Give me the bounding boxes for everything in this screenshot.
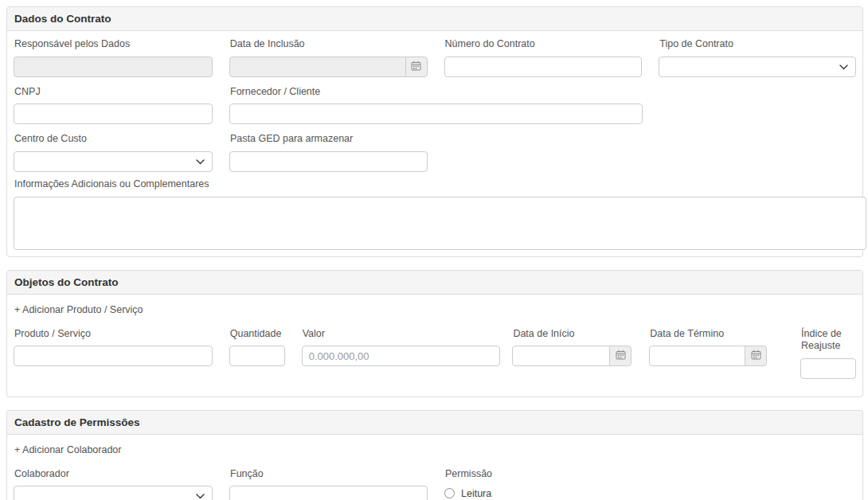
data-termino-label: Data de Término (650, 328, 767, 341)
data-inicio-label: Data de Início (513, 328, 631, 341)
permissao-label: Permissão (445, 468, 492, 481)
field-pasta-ged: Pasta GED para armazenar (229, 131, 428, 172)
field-indice-reajuste: Índice de Reajuste (800, 326, 856, 379)
panel-permissions: Cadastro de Permissões + Adicionar Colab… (6, 410, 863, 500)
permissao-option-leitura: Leitura (444, 486, 492, 500)
tipo-contrato-select[interactable] (659, 57, 856, 77)
numero-contrato-input[interactable] (444, 57, 643, 77)
valor-input[interactable] (302, 346, 501, 366)
field-funcao: Função (229, 466, 428, 500)
data-inicio-input[interactable] (512, 346, 610, 366)
fornecedor-cliente-label: Fornecedor / Cliente (230, 86, 643, 99)
field-colaborador: Colaborador (14, 466, 213, 500)
field-numero-contrato: Número do Contrato (444, 36, 643, 77)
field-data-inclusao: Data de Inclusão (229, 36, 428, 77)
responsavel-input (14, 57, 213, 77)
centro-custo-label: Centro de Custo (14, 133, 213, 146)
fornecedor-cliente-input[interactable] (229, 104, 643, 124)
add-product-service-link[interactable]: + Adicionar Produto / Serviço (14, 304, 143, 315)
field-fornecedor-cliente: Fornecedor / Cliente (229, 84, 643, 125)
field-produto-servico: Produto / Serviço (14, 326, 213, 367)
permissao-radio-group: Leitura Total (444, 486, 492, 500)
data-inicio-calendar-button[interactable] (609, 346, 631, 366)
indice-reajuste-label: Índice de Reajuste (801, 328, 856, 353)
panel-contract-objects: Objetos do Contrato + Adicionar Produto … (6, 270, 863, 397)
quantidade-input[interactable] (229, 346, 285, 366)
panel-contract-objects-title: Objetos do Contrato (7, 271, 862, 295)
colaborador-label: Colaborador (14, 468, 213, 481)
field-valor: Valor (302, 326, 501, 367)
info-adicionais-label: Informações Adicionais ou Complementares (14, 178, 856, 191)
pasta-ged-input[interactable] (229, 151, 428, 172)
cnpj-label: CNPJ (14, 86, 213, 99)
valor-label: Valor (303, 328, 501, 341)
numero-contrato-label: Número do Contrato (445, 38, 643, 51)
add-collaborator-link[interactable]: + Adicionar Colaborador (14, 444, 121, 455)
responsavel-label: Responsável pelos Dados (14, 38, 213, 51)
produto-servico-input[interactable] (14, 346, 213, 366)
cnpj-input[interactable] (14, 104, 213, 124)
quantidade-label: Quantidade (230, 328, 285, 341)
permissao-option-leitura-label[interactable]: Leitura (461, 488, 491, 499)
calendar-icon (411, 61, 421, 73)
data-termino-input[interactable] (649, 346, 745, 366)
contract-data-row-2: CNPJ Fornecedor / Cliente (14, 84, 856, 125)
funcao-input[interactable] (229, 486, 428, 500)
produto-servico-label: Produto / Serviço (14, 328, 213, 341)
field-quantidade: Quantidade (229, 326, 285, 367)
field-responsavel: Responsável pelos Dados (14, 36, 213, 77)
field-data-inicio: Data de Início (512, 326, 631, 367)
data-inclusao-input (229, 57, 406, 77)
panel-contract-data: Dados do Contrato Responsável pelos Dado… (6, 6, 863, 257)
field-data-termino: Data de Término (649, 326, 767, 367)
panel-contract-objects-body: + Adicionar Produto / Serviço Produto / … (7, 295, 862, 396)
panel-permissions-title: Cadastro de Permissões (7, 411, 862, 435)
panel-contract-data-body: Responsável pelos Dados Data de Inclusão (7, 31, 862, 256)
calendar-icon (616, 350, 626, 362)
permissions-row: Colaborador Função Permissão Leitura (14, 466, 856, 500)
panel-permissions-body: + Adicionar Colaborador Colaborador Funç… (7, 435, 862, 500)
radio-unchecked-icon[interactable] (444, 488, 455, 498)
contract-data-row-1: Responsável pelos Dados Data de Inclusão (14, 36, 856, 77)
funcao-label: Função (230, 468, 428, 481)
field-tipo-contrato: Tipo de Contrato (659, 36, 856, 77)
indice-reajuste-input[interactable] (800, 358, 856, 379)
pasta-ged-label: Pasta GED para armazenar (230, 133, 428, 146)
field-permissao: Permissão Leitura Total (444, 466, 492, 500)
data-inclusao-label: Data de Inclusão (230, 38, 428, 51)
data-termino-calendar-button[interactable] (745, 346, 767, 366)
colaborador-select[interactable] (14, 486, 213, 500)
contract-objects-row: Produto / Serviço Quantidade Valor Data … (14, 326, 856, 379)
contract-data-row-3: Centro de Custo Pasta GED para armazenar (14, 131, 856, 172)
calendar-icon (751, 350, 761, 362)
field-centro-custo: Centro de Custo (14, 131, 213, 172)
centro-custo-select[interactable] (14, 151, 213, 172)
info-adicionais-textarea[interactable] (14, 197, 866, 250)
panel-contract-data-title: Dados do Contrato (7, 7, 862, 31)
field-cnpj: CNPJ (14, 84, 213, 125)
field-info-adicionais: Informações Adicionais ou Complementares (14, 178, 856, 250)
data-inclusao-calendar-button[interactable] (405, 57, 428, 77)
tipo-contrato-label: Tipo de Contrato (659, 38, 856, 51)
